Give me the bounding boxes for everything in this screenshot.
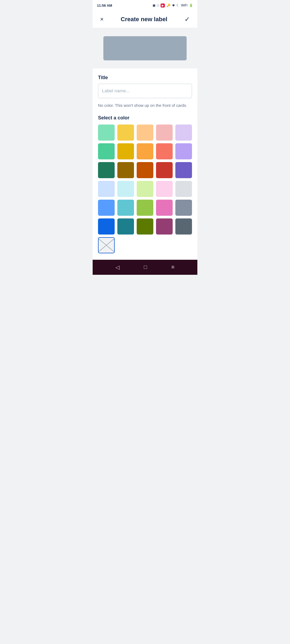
color-swatch[interactable] [156, 162, 173, 178]
color-swatch[interactable] [117, 143, 134, 159]
color-swatch[interactable] [117, 125, 134, 141]
bottom-nav: ◁ □ ≡ [93, 260, 197, 275]
close-button[interactable]: × [98, 15, 106, 24]
color-swatch[interactable] [175, 218, 192, 235]
color-swatch[interactable] [98, 200, 115, 216]
color-swatch[interactable] [98, 143, 115, 159]
moon-icon: ☾ [176, 3, 179, 7]
color-swatch[interactable] [137, 125, 153, 141]
video-icon: □ [157, 3, 159, 7]
color-swatch[interactable] [175, 200, 192, 216]
color-swatch[interactable] [98, 162, 115, 178]
color-swatch[interactable] [156, 200, 173, 216]
color-swatch[interactable] [137, 218, 153, 235]
toolbar: × Create new label ✓ [93, 11, 197, 28]
status-icons: ▣ □ ▶ 🔑 ✱ ☾ WiFi 🔋 [153, 3, 193, 8]
color-swatch[interactable] [175, 181, 192, 197]
record-icon: ▶ [161, 3, 165, 8]
menu-button[interactable]: ≡ [171, 264, 175, 270]
color-swatch[interactable] [156, 218, 173, 235]
color-swatch[interactable] [175, 143, 192, 159]
color-swatch[interactable] [156, 125, 173, 141]
color-swatch[interactable] [175, 162, 192, 178]
color-swatch[interactable] [117, 181, 134, 197]
color-swatch[interactable] [137, 181, 153, 197]
confirm-button[interactable]: ✓ [182, 14, 192, 24]
color-swatch[interactable] [175, 125, 192, 141]
color-swatch[interactable] [98, 125, 115, 141]
color-swatch[interactable] [156, 143, 173, 159]
status-bar: 11:56 AM ▣ □ ▶ 🔑 ✱ ☾ WiFi 🔋 [93, 0, 197, 11]
color-swatch[interactable] [156, 181, 173, 197]
battery-icon: 🔋 [189, 3, 193, 7]
no-color-text: No color. This won't show up on the fron… [98, 103, 192, 109]
color-swatch[interactable] [98, 181, 115, 197]
status-time: 11:56 AM [97, 3, 112, 8]
color-none-swatch[interactable] [98, 237, 115, 253]
color-swatch[interactable] [137, 200, 153, 216]
screen-record-icon: ▣ [153, 3, 155, 7]
bluetooth-icon: ✱ [172, 3, 175, 7]
key-icon: 🔑 [166, 3, 171, 7]
label-preview-area [93, 28, 197, 68]
color-swatch[interactable] [137, 143, 153, 159]
color-swatch[interactable] [117, 200, 134, 216]
color-swatch[interactable] [137, 162, 153, 178]
color-swatch[interactable] [117, 218, 134, 235]
label-preview [103, 36, 187, 60]
page-title: Create new label [121, 16, 168, 23]
title-label: Title [98, 75, 192, 80]
back-button[interactable]: ◁ [115, 264, 119, 270]
color-swatch[interactable] [98, 218, 115, 235]
select-color-label: Select a color [98, 115, 192, 121]
home-button[interactable]: □ [144, 264, 147, 270]
main-content: Title No color. This won't show up on th… [93, 68, 197, 260]
color-swatch[interactable] [117, 162, 134, 178]
wifi-icon: WiFi [181, 3, 187, 7]
label-name-input[interactable] [98, 84, 192, 98]
color-grid [98, 125, 192, 235]
color-none-row [98, 237, 192, 253]
